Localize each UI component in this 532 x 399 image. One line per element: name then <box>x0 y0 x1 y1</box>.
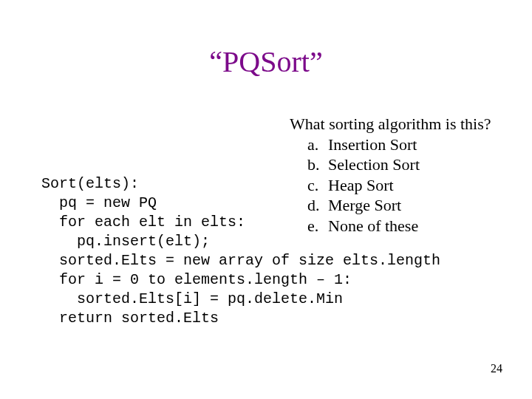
code-block: Sort(elts): pq = new PQ for each elt in … <box>41 155 440 328</box>
slide-title: “PQSort” <box>0 44 532 79</box>
code-line: for i = 0 to elements.length – 1: <box>41 271 352 288</box>
code-line: sorted.Elts[i] = pq.delete.Min <box>41 290 343 307</box>
code-line: for each elt in elts: <box>41 214 245 231</box>
code-line: pq = new PQ <box>41 194 157 211</box>
option-a: a. Insertion Sort <box>307 134 491 155</box>
code-line: Sort(elts): <box>41 175 139 192</box>
page-number: 24 <box>491 362 502 375</box>
code-line: pq.insert(elt); <box>41 233 210 250</box>
option-label: Insertion Sort <box>328 135 417 154</box>
option-marker: a. <box>307 134 325 155</box>
slide: “PQSort” What sorting algorithm is this?… <box>0 0 532 399</box>
code-line: return sorted.Elts <box>41 310 219 327</box>
question-prompt: What sorting algorithm is this? <box>290 114 491 134</box>
code-line: sorted.Elts = new array of size elts.len… <box>41 252 440 269</box>
